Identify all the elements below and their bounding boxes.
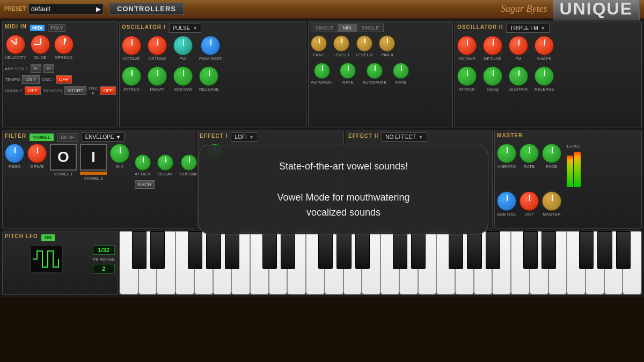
- midi-in-label: MIDI IN: [5, 24, 27, 29]
- key-ds5[interactable]: [411, 231, 426, 269]
- filter-reso-knob[interactable]: [5, 144, 24, 163]
- osc1-attack-label: ATTACK: [123, 87, 140, 92]
- osc1-release-label: RELEASE: [199, 87, 219, 92]
- master-vibrato-knob[interactable]: [497, 144, 516, 163]
- mix-autopan2-label: AUTOPAN II: [362, 80, 386, 85]
- master-subosc-knob[interactable]: [497, 191, 516, 211]
- effect1-type-dropdown[interactable]: LOFI ▼: [231, 132, 258, 142]
- effect2-type-dropdown[interactable]: NO EFFECT ▼: [382, 132, 427, 142]
- filter-attack-knob[interactable]: [135, 154, 151, 171]
- key-fs5[interactable]: [449, 231, 463, 269]
- key-gs6[interactable]: [597, 231, 612, 269]
- controllers-button[interactable]: CONTROLLERS: [109, 3, 184, 15]
- arp-btn2[interactable]: ✏: [43, 64, 54, 73]
- filter-decay: DECAY: [157, 154, 173, 176]
- key-ds4[interactable]: [281, 231, 295, 269]
- osc1-sustain-knob[interactable]: [173, 67, 193, 86]
- oscii-toggle[interactable]: OFF: [100, 86, 116, 95]
- osc2-detune-knob[interactable]: [483, 36, 502, 55]
- mix-rate1-knob[interactable]: [340, 63, 356, 79]
- key-ds6[interactable]: [541, 231, 556, 269]
- filter-header: FILTER VOWEL BP 4P ENVELOPE ▼: [5, 132, 193, 142]
- filter-drive-knob[interactable]: [27, 144, 47, 163]
- mix-single1[interactable]: SINGLE: [311, 24, 338, 32]
- master-level-label: LEVEL: [567, 144, 581, 149]
- key-as4[interactable]: [355, 231, 370, 269]
- mix-pan2-knob[interactable]: [379, 35, 395, 51]
- mix-pan2: PAN II: [379, 35, 395, 57]
- osc1-pw-knob[interactable]: [173, 36, 193, 55]
- osc2-fm-label: FM: [515, 56, 522, 61]
- filter-mix-knob[interactable]: [110, 144, 129, 163]
- velocity-label: VELOCITY: [5, 55, 26, 60]
- filter-reso: RESO: [5, 144, 24, 169]
- osc2-shape-knob[interactable]: [535, 36, 554, 55]
- osc1-wave-dropdown[interactable]: PULSE ▼: [169, 24, 202, 33]
- filter-vowel1-display[interactable]: O: [50, 144, 77, 171]
- filter-decay-knob[interactable]: [157, 154, 173, 171]
- osc2-fm-knob[interactable]: [509, 36, 528, 55]
- key-ds3[interactable]: [150, 231, 165, 269]
- master-fade-knob[interactable]: [542, 144, 561, 163]
- osc2-attack-knob[interactable]: [457, 67, 477, 86]
- key-cs4[interactable]: [262, 231, 277, 269]
- osc1-attack-knob[interactable]: [122, 67, 141, 86]
- mix-autopan2-knob[interactable]: [367, 63, 383, 79]
- key-cs3[interactable]: [132, 231, 147, 269]
- osc2-decay-knob[interactable]: [483, 67, 502, 86]
- filter-vowel2-display[interactable]: I: [80, 144, 107, 171]
- glide-knob[interactable]: [31, 35, 50, 54]
- filter-envelope-dropdown[interactable]: ENVELOPE ▼: [82, 132, 125, 142]
- key-as5[interactable]: [486, 231, 500, 269]
- mix-level1-knob[interactable]: [333, 35, 349, 51]
- osc1-decay-knob[interactable]: [148, 67, 167, 86]
- osc2-release-knob[interactable]: [535, 67, 554, 86]
- mix-single2[interactable]: SINGLE: [356, 24, 384, 32]
- tempo-value[interactable]: 1/8 T: [22, 75, 39, 84]
- key-fs4[interactable]: [318, 231, 333, 269]
- key-gs3[interactable]: [206, 231, 221, 269]
- filter-sub-btn[interactable]: BP 4P: [57, 133, 78, 142]
- arp-btn1[interactable]: ✏: [31, 64, 41, 73]
- midi-in-header: MIDI IN MIDI POLY: [5, 24, 115, 32]
- key-gs5[interactable]: [467, 231, 481, 269]
- spread-knob[interactable]: [54, 35, 74, 54]
- osc2-octave-knob[interactable]: [457, 36, 477, 55]
- osc2-sustain-knob[interactable]: [509, 67, 528, 86]
- key-fs3[interactable]: [188, 231, 202, 269]
- key-as6[interactable]: [616, 231, 631, 269]
- osc1-detune-knob[interactable]: [148, 36, 167, 55]
- mix-autopan1-knob[interactable]: [314, 63, 330, 79]
- mix-pan1-knob[interactable]: [311, 35, 327, 51]
- pitch-lfo-on-badge[interactable]: ON: [41, 234, 55, 241]
- vu-meter-left: [567, 156, 573, 188]
- filter-each-btn[interactable]: EACH: [135, 180, 155, 189]
- osc1-release-knob[interactable]: [199, 67, 218, 86]
- master-oct-knob[interactable]: [519, 191, 539, 211]
- osci-toggle[interactable]: OFF: [56, 75, 72, 84]
- filter-type-btn[interactable]: VOWEL: [30, 134, 54, 141]
- filter-sustain-knob[interactable]: [181, 154, 197, 171]
- key-fs6[interactable]: [579, 231, 594, 269]
- trigger-btn[interactable]: START: [64, 86, 86, 95]
- preset-dropdown[interactable]: default ▶: [28, 4, 104, 14]
- osc1-octave-knob[interactable]: [122, 36, 141, 55]
- key-gs4[interactable]: [336, 231, 351, 269]
- mix-level2-knob[interactable]: [356, 35, 372, 51]
- master-rate-knob[interactable]: [519, 144, 539, 163]
- key-cs5[interactable]: [393, 231, 407, 269]
- osc2-wave-dropdown[interactable]: TRIPLE FM ▼: [506, 24, 549, 33]
- velocity-knob[interactable]: [6, 35, 25, 54]
- arp-style-label: ARP STYLE: [5, 67, 28, 71]
- double-toggle[interactable]: OFF: [25, 86, 41, 95]
- mix-rate2-knob[interactable]: [393, 63, 409, 79]
- osc2-label: OSCILLATOR II: [457, 24, 503, 30]
- keyboard-panel[interactable]: [119, 231, 642, 295]
- key-cs6[interactable]: [523, 231, 538, 269]
- master-oct-label: OCT: [525, 212, 534, 217]
- master-subosc-label: SUB OSC: [497, 212, 516, 217]
- mix-tab[interactable]: MIX: [338, 24, 356, 32]
- osc1-pwm-knob[interactable]: [201, 36, 220, 55]
- master-master-knob[interactable]: [542, 191, 561, 211]
- key-as3[interactable]: [225, 231, 239, 269]
